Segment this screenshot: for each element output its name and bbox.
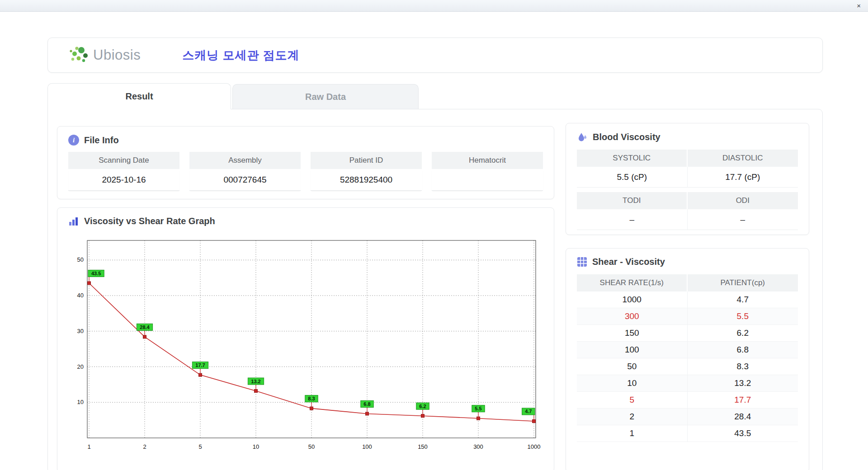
svg-text:300: 300 bbox=[473, 443, 483, 449]
svg-text:150: 150 bbox=[418, 443, 428, 449]
shear-rate-cell: 2 bbox=[577, 409, 688, 425]
patient-viscosity-cell: 8.3 bbox=[688, 358, 798, 375]
info-icon: i bbox=[68, 135, 79, 146]
blood-viscosity-table-1: SYSTOLIC DIASTOLIC 5.5 (cP) 17.7 (cP) bbox=[577, 150, 798, 188]
patient-viscosity-cell: 4.7 bbox=[688, 291, 798, 308]
field-patient-id: Patient ID 52881925400 bbox=[311, 152, 422, 191]
svg-text:10: 10 bbox=[77, 399, 84, 405]
shear-rate-cell: 100 bbox=[577, 342, 688, 358]
field-value bbox=[432, 169, 543, 191]
field-label: Hematocrit bbox=[432, 152, 543, 169]
graph-title: Viscosity vs Shear Rate Graph bbox=[84, 216, 215, 226]
svg-text:17.7: 17.7 bbox=[195, 362, 205, 368]
systolic-header: SYSTOLIC bbox=[577, 150, 688, 167]
field-value: 52881925400 bbox=[311, 169, 422, 191]
ubiosis-logo-icon bbox=[68, 45, 90, 66]
svg-text:4.7: 4.7 bbox=[525, 409, 532, 414]
shear-viscosity-card: Shear - Viscosity SHEAR RATE(1/s) PATIEN… bbox=[566, 248, 809, 470]
field-label: Patient ID bbox=[311, 152, 422, 169]
viscosity-chart: 10203040501251050100150300100043.528.417… bbox=[71, 237, 541, 449]
svg-text:100: 100 bbox=[362, 443, 372, 449]
app-window: Ubiosis 스캐닝 모세관 점도계 Result Raw Data i Fi… bbox=[0, 12, 868, 470]
field-scanning-date: Scanning Date 2025-10-16 bbox=[68, 152, 179, 191]
todi-value: – bbox=[577, 209, 688, 230]
shear-rate-cell: 5 bbox=[577, 392, 688, 409]
file-info-card: i File Info Scanning Date 2025-10-16 Ass… bbox=[57, 126, 554, 199]
svg-text:40: 40 bbox=[77, 292, 84, 299]
field-value: 000727645 bbox=[189, 169, 301, 191]
svg-text:10: 10 bbox=[253, 443, 259, 449]
svg-text:30: 30 bbox=[77, 328, 84, 334]
logo-wordmark: Ubiosis bbox=[93, 47, 141, 63]
svg-text:1000: 1000 bbox=[528, 443, 541, 449]
blood-viscosity-card: Blood Viscosity SYSTOLIC DIASTOLIC 5.5 (… bbox=[566, 123, 809, 235]
window-titlebar: × bbox=[0, 0, 868, 12]
diastolic-header: DIASTOLIC bbox=[688, 150, 798, 167]
patient-viscosity-cell: 5.5 bbox=[688, 308, 798, 325]
patient-viscosity-cell: 43.5 bbox=[688, 425, 798, 442]
patient-viscosity-cell: 17.7 bbox=[688, 392, 798, 409]
patient-column-header: PATIENT(cp) bbox=[688, 274, 798, 291]
svg-text:5: 5 bbox=[198, 443, 202, 449]
shear-rate-cell: 10 bbox=[577, 375, 688, 392]
shear-rate-cell: 1 bbox=[577, 425, 688, 442]
shear-rate-column-header: SHEAR RATE(1/s) bbox=[577, 274, 688, 291]
shear-rate-cell: 150 bbox=[577, 325, 688, 342]
svg-text:50: 50 bbox=[77, 256, 84, 263]
svg-text:50: 50 bbox=[308, 443, 315, 449]
odi-value: – bbox=[688, 209, 798, 230]
svg-text:43.5: 43.5 bbox=[91, 271, 101, 276]
bar-chart-icon bbox=[68, 216, 79, 226]
blood-viscosity-title: Blood Viscosity bbox=[593, 132, 660, 142]
shear-table: SHEAR RATE(1/s) PATIENT(cp) 10004.73005.… bbox=[577, 274, 798, 442]
tab-result[interactable]: Result bbox=[47, 83, 231, 109]
file-info-title: File Info bbox=[84, 135, 119, 146]
svg-text:6.2: 6.2 bbox=[419, 404, 426, 409]
svg-text:2: 2 bbox=[143, 443, 146, 449]
droplet-icon bbox=[577, 132, 588, 142]
svg-text:20: 20 bbox=[77, 363, 84, 370]
field-value: 2025-10-16 bbox=[68, 169, 179, 191]
patient-viscosity-cell: 13.2 bbox=[688, 375, 798, 392]
tab-raw-data[interactable]: Raw Data bbox=[232, 84, 419, 109]
field-label: Scanning Date bbox=[68, 152, 179, 169]
field-label: Assembly bbox=[189, 152, 301, 169]
shear-viscosity-title: Shear - Viscosity bbox=[592, 257, 665, 267]
header-card: Ubiosis 스캐닝 모세관 점도계 bbox=[47, 38, 823, 73]
shear-rate-cell: 300 bbox=[577, 308, 688, 325]
field-hematocrit: Hematocrit bbox=[432, 152, 543, 191]
svg-text:1: 1 bbox=[87, 443, 90, 449]
svg-text:28.4: 28.4 bbox=[140, 324, 150, 330]
diastolic-value: 17.7 (cP) bbox=[688, 167, 798, 188]
patient-viscosity-cell: 28.4 bbox=[688, 409, 798, 425]
blood-viscosity-table-2: TODI ODI – – bbox=[577, 192, 798, 230]
field-assembly: Assembly 000727645 bbox=[189, 152, 301, 191]
viscosity-graph-card: Viscosity vs Shear Rate Graph 1020304050… bbox=[57, 207, 554, 470]
svg-text:6.8: 6.8 bbox=[363, 401, 370, 407]
file-info-fields: Scanning Date 2025-10-16 Assembly 000727… bbox=[57, 151, 554, 191]
patient-viscosity-cell: 6.8 bbox=[688, 342, 798, 358]
odi-header: ODI bbox=[688, 192, 798, 209]
close-icon[interactable]: × bbox=[857, 1, 861, 10]
ubiosis-logo: Ubiosis bbox=[68, 45, 141, 66]
shear-rate-cell: 1000 bbox=[577, 291, 688, 308]
page-title: 스캐닝 모세관 점도계 bbox=[182, 47, 299, 63]
patient-viscosity-cell: 6.2 bbox=[688, 325, 798, 342]
todi-header: TODI bbox=[577, 192, 688, 209]
svg-text:13.2: 13.2 bbox=[251, 379, 260, 384]
svg-text:8.3: 8.3 bbox=[308, 396, 315, 401]
shear-rate-cell: 50 bbox=[577, 358, 688, 375]
svg-text:5.5: 5.5 bbox=[475, 406, 481, 411]
grid-table-icon bbox=[577, 257, 587, 267]
systolic-value: 5.5 (cP) bbox=[577, 167, 688, 188]
